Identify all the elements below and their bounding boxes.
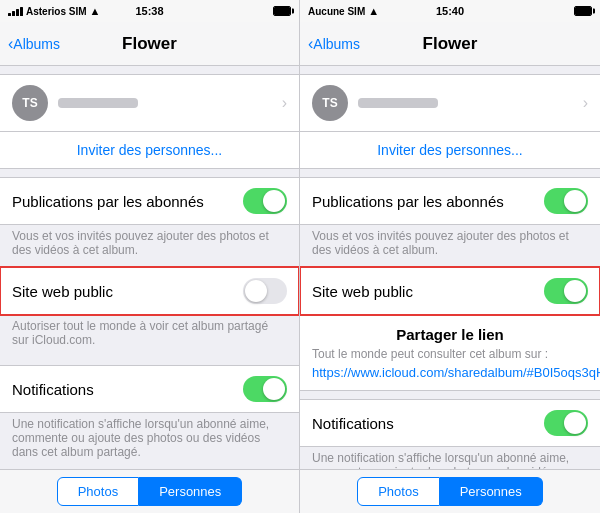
back-label-right: Albums [313,36,360,52]
siteweb-toggle-left[interactable] [243,278,287,304]
share-link-section: Partager le lien Tout le monde peut cons… [300,315,600,391]
siteweb-toggle-thumb-right [564,280,586,302]
siteweb-group-right: Site web public [300,267,600,315]
notif-row-left: Notifications [0,366,299,412]
status-bar-right: Aucune SIM ▲ 15:40 [300,0,600,22]
battery-icon-right [574,6,592,16]
nav-bar-right: ‹ Albums Flower [300,22,600,66]
pub-desc-bg-left: Vous et vos invités pouvez ajouter des p… [0,225,299,267]
pub-toggle-thumb-right [564,190,586,212]
panel-right: Aucune SIM ▲ 15:40 ‹ Albums Flower TS › [300,0,600,513]
carrier-label-right: Aucune SIM [308,6,365,17]
status-right-left: Aucune SIM ▲ [308,5,379,17]
toggle-thumb [263,190,285,212]
notif-desc-right: Une notification s'affiche lorsqu'un abo… [300,447,600,469]
siteweb-label-right: Site web public [312,283,413,300]
publications-label-right: Publications par les abonnés [312,193,504,210]
avatar-initials-left: TS [22,96,37,110]
gap1-right [300,169,600,177]
status-right [273,6,291,16]
gap2-left [0,357,299,365]
nav-bar-left: ‹ Albums Flower [0,22,299,66]
avatar-left: TS [12,85,48,121]
avatar-info-right: TS [312,85,438,121]
publications-desc-right: Vous et vos invités pouvez ajouter des p… [300,225,600,267]
avatar-row-right[interactable]: TS › [300,74,600,132]
siteweb-row-left: Site web public [0,268,299,314]
tab-personnes-right[interactable]: Personnes [440,477,543,506]
publications-group-right: Publications par les abonnés [300,177,600,225]
notif-group-right: Notifications [300,399,600,447]
content-left: TS › Inviter des personnes... Publicatio… [0,66,299,469]
back-button-left[interactable]: ‹ Albums [8,35,60,53]
notif-label-right: Notifications [312,415,394,432]
battery-icon [273,6,291,16]
bottom-tabs-right: Photos Personnes [300,469,600,513]
notif-label-left: Notifications [12,381,94,398]
siteweb-desc-bg-left: Autoriser tout le monde à voir cet album… [0,315,299,357]
carrier-label: Asterios SIM [26,6,87,17]
panel-left: Asterios SIM ▲ 15:38 ‹ Albums Flower TS [0,0,300,513]
status-bar-left: Asterios SIM ▲ 15:38 [0,0,299,22]
invite-link-right[interactable]: Inviter des personnes... [300,132,600,168]
tab-personnes-left[interactable]: Personnes [139,477,242,506]
gap1-left [0,169,299,177]
wifi-icon: ▲ [90,5,101,17]
pub-desc-bg-right: Vous et vos invités pouvez ajouter des p… [300,225,600,267]
share-link-title: Partager le lien [312,326,588,343]
siteweb-label-left: Site web public [12,283,113,300]
share-link-desc: Tout le monde peut consulter cet album s… [312,347,588,361]
avatar-name-left [58,98,138,108]
signal-icon [8,7,23,16]
avatar-name-right [358,98,438,108]
back-label-left: Albums [13,36,60,52]
avatar-info-left: TS [12,85,138,121]
notif-group-left: Notifications [0,365,299,413]
tab-photos-right[interactable]: Photos [357,477,439,506]
publications-group-left: Publications par les abonnés [0,177,299,225]
notif-desc-bg-left: Une notification s'affiche lorsqu'un abo… [0,413,299,469]
back-button-right[interactable]: ‹ Albums [308,35,360,53]
gap2-right [300,391,600,399]
siteweb-toggle-thumb-left [245,280,267,302]
notif-toggle-right[interactable] [544,410,588,436]
avatar-chevron-left: › [282,94,287,112]
invite-link-left[interactable]: Inviter des personnes... [0,132,299,168]
status-right-right [574,6,592,16]
avatar-chevron-right: › [583,94,588,112]
notif-toggle-thumb-left [263,378,285,400]
publications-row-left: Publications par les abonnés [0,178,299,224]
notif-desc-left: Une notification s'affiche lorsqu'un abo… [0,413,299,469]
nav-title-left: Flower [122,34,177,54]
share-link-url[interactable]: https://www.icloud.com/sharedalbum/#B0I5… [312,365,588,380]
siteweb-desc-left: Autoriser tout le monde à voir cet album… [0,315,299,357]
invite-section-left: Inviter des personnes... [0,132,299,169]
bottom-tabs-left: Photos Personnes [0,469,299,513]
avatar-initials-right: TS [322,96,337,110]
publications-toggle-left[interactable] [243,188,287,214]
publications-row-right: Publications par les abonnés [300,178,600,224]
status-left: Asterios SIM ▲ [8,5,100,17]
nav-title-right: Flower [423,34,478,54]
siteweb-group-left: Site web public [0,267,299,315]
publications-desc-left: Vous et vos invités pouvez ajouter des p… [0,225,299,267]
time-display: 15:38 [135,5,163,17]
tab-photos-left[interactable]: Photos [57,477,139,506]
notif-toggle-left[interactable] [243,376,287,402]
publications-toggle-right[interactable] [544,188,588,214]
wifi-icon-right: ▲ [368,5,379,17]
notif-row-right: Notifications [300,400,600,446]
notif-toggle-thumb-right [564,412,586,434]
invite-section-right: Inviter des personnes... [300,132,600,169]
siteweb-toggle-right[interactable] [544,278,588,304]
publications-label-left: Publications par les abonnés [12,193,204,210]
avatar-right: TS [312,85,348,121]
siteweb-row-right: Site web public [300,268,600,314]
time-display-right: 15:40 [436,5,464,17]
notif-desc-bg-right: Une notification s'affiche lorsqu'un abo… [300,447,600,469]
content-right: TS › Inviter des personnes... Publicatio… [300,66,600,469]
avatar-row-left[interactable]: TS › [0,74,299,132]
